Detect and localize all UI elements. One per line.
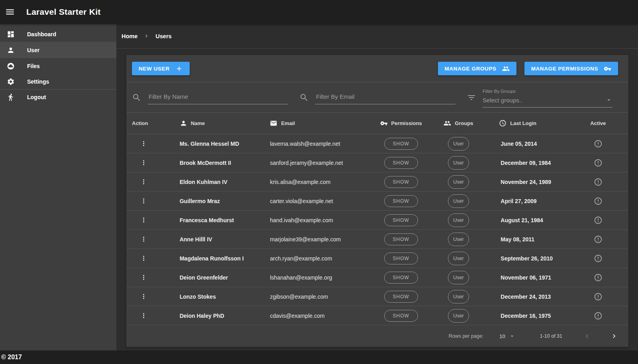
show-permissions-button[interactable]: SHOW xyxy=(384,214,418,226)
column-header-email: Email xyxy=(264,119,367,127)
active-status-icon xyxy=(594,273,603,282)
last-login-date: May 08, 2011 xyxy=(482,236,567,243)
main-content: Home Users NEW USER MANAGE GROUPS xyxy=(116,24,638,350)
user-email: sanford.jeramy@example.net xyxy=(264,160,367,166)
active-status-icon xyxy=(594,139,603,148)
table-body: Ms. Glenna Hessel MD laverna.walsh@examp… xyxy=(126,134,628,325)
user-name: Magdalena Runolfsson I xyxy=(174,255,265,262)
table-row: Deion Greenfelder lshanahan@example.org … xyxy=(126,268,628,287)
next-page-button[interactable] xyxy=(609,331,619,341)
group-chip: User xyxy=(448,156,469,170)
email-icon xyxy=(270,119,277,127)
previous-page-button[interactable] xyxy=(582,331,592,341)
manage-groups-button[interactable]: MANAGE GROUPS xyxy=(438,62,516,75)
filter-by-groups-select[interactable]: Filter By Groups Select groups.. xyxy=(483,89,612,108)
row-actions-menu-icon[interactable] xyxy=(139,235,148,244)
caret-down-icon xyxy=(509,333,515,339)
show-permissions-button[interactable]: SHOW xyxy=(384,272,418,284)
chevron-right-icon xyxy=(143,33,149,39)
active-status-icon xyxy=(594,311,603,320)
filter-list-icon xyxy=(467,93,476,102)
sidebar-item-dashboard[interactable]: Dashboard xyxy=(0,26,116,42)
table-row: Deion Haley PhD cdavis@example.com SHOW … xyxy=(126,306,628,325)
show-permissions-button[interactable]: SHOW xyxy=(384,233,418,245)
active-status-icon xyxy=(594,292,603,301)
sidebar-item-logout[interactable]: Logout xyxy=(0,89,116,105)
user-name: Eldon Kuhlman IV xyxy=(174,179,265,185)
new-user-button[interactable]: NEW USER xyxy=(132,62,190,75)
copyright-text: © 2017 xyxy=(1,354,22,361)
sidebar-item-label: Settings xyxy=(27,78,49,85)
footer-bar: © 2017 xyxy=(0,350,638,364)
show-permissions-button[interactable]: SHOW xyxy=(384,176,418,188)
row-actions-menu-icon[interactable] xyxy=(139,177,148,186)
manage-permissions-button[interactable]: MANAGE PERMISSIONS xyxy=(524,62,618,75)
user-email: laverna.walsh@example.net xyxy=(264,141,367,147)
column-header-name: Name xyxy=(174,119,265,127)
chevron-right-icon xyxy=(610,332,618,340)
table-pagination: Rows per page: 10 1-10 of 31 xyxy=(126,325,628,347)
show-permissions-button[interactable]: SHOW xyxy=(384,157,418,169)
key-icon xyxy=(604,65,611,72)
active-status-icon xyxy=(594,235,603,244)
filter-by-name-input[interactable] xyxy=(148,91,288,104)
show-permissions-button[interactable]: SHOW xyxy=(384,138,418,150)
group-chip: User xyxy=(448,137,469,151)
chevron-left-icon xyxy=(583,332,591,340)
sidebar-item-settings[interactable]: Settings xyxy=(0,74,116,89)
sidebar-item-user[interactable]: User xyxy=(0,42,116,58)
row-actions-menu-icon[interactable] xyxy=(139,273,148,282)
last-login-date: November 24, 1989 xyxy=(482,179,567,185)
show-permissions-button[interactable]: SHOW xyxy=(384,252,418,264)
row-actions-menu-icon[interactable] xyxy=(139,254,148,263)
user-name: Lonzo Stokes xyxy=(174,294,265,300)
users-card: NEW USER MANAGE GROUPS MANAGE PERMISSION… xyxy=(126,55,628,347)
sidebar-item-label: Files xyxy=(27,63,40,69)
rows-per-page-select[interactable]: 10 xyxy=(497,333,517,340)
user-name: Ms. Glenna Hessel MD xyxy=(174,141,265,147)
group-chip: User xyxy=(448,194,469,208)
column-header-groups: Groups xyxy=(435,119,483,127)
column-header-active: Active xyxy=(567,120,628,126)
last-login-date: April 27, 2009 xyxy=(482,198,567,204)
user-email: carter.viola@example.net xyxy=(264,198,367,204)
group-chip: User xyxy=(448,213,469,227)
show-permissions-button[interactable]: SHOW xyxy=(384,291,418,303)
row-actions-menu-icon[interactable] xyxy=(139,158,148,167)
rows-per-page-label: Rows per page: xyxy=(449,333,484,339)
group-chip: User xyxy=(448,290,469,303)
row-actions-menu-icon[interactable] xyxy=(139,292,148,301)
last-login-date: November 06, 1971 xyxy=(482,274,567,281)
breadcrumb-home[interactable]: Home xyxy=(122,33,137,39)
row-actions-menu-icon[interactable] xyxy=(139,311,148,320)
show-permissions-button[interactable]: SHOW xyxy=(384,310,418,322)
active-status-icon xyxy=(594,254,603,263)
group-chip: User xyxy=(448,309,469,323)
user-email: arch.ryan@example.com xyxy=(264,255,367,262)
column-header-action: Action xyxy=(126,120,174,126)
person-icon xyxy=(7,46,15,54)
card-toolbar: NEW USER MANAGE GROUPS MANAGE PERMISSION… xyxy=(126,55,628,82)
group-chip: User xyxy=(448,252,469,265)
table-row: Lonzo Stokes zgibson@example.com SHOW Us… xyxy=(126,287,628,306)
pagination-range: 1-10 of 31 xyxy=(540,333,562,339)
user-email: lshanahan@example.org xyxy=(264,274,367,281)
table-row: Francesca Medhurst hand.ivah@example.com… xyxy=(126,211,628,230)
breadcrumb: Home Users xyxy=(116,24,638,49)
sidebar-item-label: Logout xyxy=(27,94,46,100)
menu-icon[interactable] xyxy=(0,0,20,24)
groups-select-label: Filter By Groups xyxy=(483,89,612,94)
filter-by-email-input[interactable] xyxy=(315,91,455,104)
sidebar-item-label: User xyxy=(27,47,39,53)
row-actions-menu-icon[interactable] xyxy=(139,139,148,148)
table-row: Eldon Kuhlman IV kris.alisa@example.com … xyxy=(126,172,628,192)
sidebar-item-files[interactable]: Files xyxy=(0,58,116,74)
row-actions-menu-icon[interactable] xyxy=(139,196,148,205)
groups-select-value: Select groups.. xyxy=(483,97,605,104)
search-icon xyxy=(299,93,309,102)
group-chip: User xyxy=(448,233,469,246)
clock-icon xyxy=(499,119,506,127)
row-actions-menu-icon[interactable] xyxy=(139,215,148,225)
table-row: Brook McDermott II sanford.jeramy@exampl… xyxy=(126,153,628,172)
show-permissions-button[interactable]: SHOW xyxy=(384,195,418,207)
